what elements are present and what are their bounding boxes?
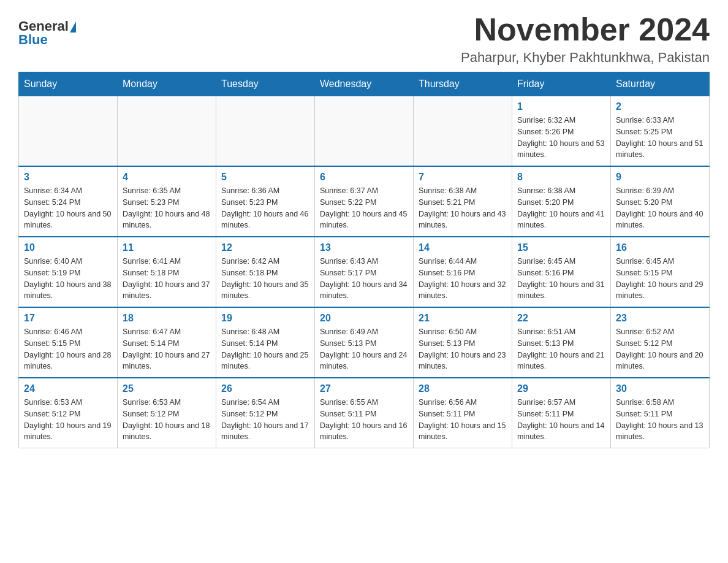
calendar-day-cell: 3Sunrise: 6:34 AMSunset: 5:24 PMDaylight… xyxy=(19,166,118,237)
day-info: Sunrise: 6:50 AMSunset: 5:13 PMDaylight:… xyxy=(419,326,507,372)
calendar-day-cell: 29Sunrise: 6:57 AMSunset: 5:11 PMDayligh… xyxy=(512,378,611,448)
day-info: Sunrise: 6:46 AMSunset: 5:15 PMDaylight:… xyxy=(24,326,112,372)
day-number: 28 xyxy=(419,383,507,394)
day-number: 26 xyxy=(221,383,309,394)
calendar-day-cell: 21Sunrise: 6:50 AMSunset: 5:13 PMDayligh… xyxy=(414,307,512,378)
day-info: Sunrise: 6:45 AMSunset: 5:16 PMDaylight:… xyxy=(517,256,605,302)
calendar-day-cell: 25Sunrise: 6:53 AMSunset: 5:12 PMDayligh… xyxy=(118,378,216,448)
calendar-day-cell: 2Sunrise: 6:33 AMSunset: 5:25 PMDaylight… xyxy=(611,96,710,167)
month-title: November 2024 xyxy=(461,12,710,47)
calendar-day-cell: 26Sunrise: 6:54 AMSunset: 5:12 PMDayligh… xyxy=(216,378,315,448)
calendar-week-row: 3Sunrise: 6:34 AMSunset: 5:24 PMDaylight… xyxy=(19,166,710,237)
calendar-day-cell: 14Sunrise: 6:44 AMSunset: 5:16 PMDayligh… xyxy=(414,237,512,307)
calendar-table: SundayMondayTuesdayWednesdayThursdayFrid… xyxy=(18,72,710,448)
day-number: 5 xyxy=(221,172,309,183)
title-section: November 2024 Paharpur, Khyber Pakhtunkh… xyxy=(461,12,710,66)
day-number: 4 xyxy=(123,172,211,183)
day-info: Sunrise: 6:37 AMSunset: 5:22 PMDaylight:… xyxy=(320,185,408,231)
day-info: Sunrise: 6:32 AMSunset: 5:26 PMDaylight:… xyxy=(517,115,605,161)
day-info: Sunrise: 6:38 AMSunset: 5:20 PMDaylight:… xyxy=(517,185,605,231)
calendar-weekday-header: Friday xyxy=(512,72,611,96)
day-info: Sunrise: 6:40 AMSunset: 5:19 PMDaylight:… xyxy=(24,256,112,302)
day-info: Sunrise: 6:53 AMSunset: 5:12 PMDaylight:… xyxy=(24,397,112,443)
calendar-weekday-header: Tuesday xyxy=(216,72,315,96)
day-number: 13 xyxy=(320,242,408,253)
calendar-day-cell xyxy=(19,96,118,167)
calendar-day-cell: 19Sunrise: 6:48 AMSunset: 5:14 PMDayligh… xyxy=(216,307,315,378)
calendar-header-row: SundayMondayTuesdayWednesdayThursdayFrid… xyxy=(19,72,710,96)
day-number: 23 xyxy=(616,313,704,324)
calendar-weekday-header: Monday xyxy=(118,72,216,96)
calendar-day-cell: 23Sunrise: 6:52 AMSunset: 5:12 PMDayligh… xyxy=(611,307,710,378)
logo-triangle-icon xyxy=(70,21,76,33)
day-info: Sunrise: 6:58 AMSunset: 5:11 PMDaylight:… xyxy=(616,397,704,443)
day-number: 14 xyxy=(419,242,507,253)
day-number: 17 xyxy=(24,313,112,324)
day-info: Sunrise: 6:45 AMSunset: 5:15 PMDaylight:… xyxy=(616,256,704,302)
calendar-day-cell xyxy=(216,96,315,167)
day-number: 10 xyxy=(24,242,112,253)
calendar-day-cell: 5Sunrise: 6:36 AMSunset: 5:23 PMDaylight… xyxy=(216,166,315,237)
day-info: Sunrise: 6:49 AMSunset: 5:13 PMDaylight:… xyxy=(320,326,408,372)
day-number: 25 xyxy=(123,383,211,394)
day-number: 16 xyxy=(616,242,704,253)
logo: General Blue xyxy=(18,18,76,48)
day-number: 8 xyxy=(517,172,605,183)
day-info: Sunrise: 6:42 AMSunset: 5:18 PMDaylight:… xyxy=(221,256,309,302)
day-number: 1 xyxy=(517,101,605,112)
calendar-week-row: 10Sunrise: 6:40 AMSunset: 5:19 PMDayligh… xyxy=(19,237,710,307)
calendar-weekday-header: Sunday xyxy=(19,72,118,96)
day-number: 15 xyxy=(517,242,605,253)
day-number: 22 xyxy=(517,313,605,324)
calendar-day-cell: 24Sunrise: 6:53 AMSunset: 5:12 PMDayligh… xyxy=(19,378,118,448)
calendar-day-cell: 7Sunrise: 6:38 AMSunset: 5:21 PMDaylight… xyxy=(414,166,512,237)
calendar-day-cell xyxy=(414,96,512,167)
calendar-day-cell: 8Sunrise: 6:38 AMSunset: 5:20 PMDaylight… xyxy=(512,166,611,237)
day-info: Sunrise: 6:41 AMSunset: 5:18 PMDaylight:… xyxy=(123,256,211,302)
page-header: General Blue November 2024 Paharpur, Khy… xyxy=(18,12,710,66)
day-number: 2 xyxy=(616,101,704,112)
calendar-day-cell: 4Sunrise: 6:35 AMSunset: 5:23 PMDaylight… xyxy=(118,166,216,237)
day-number: 7 xyxy=(419,172,507,183)
day-number: 18 xyxy=(123,313,211,324)
day-info: Sunrise: 6:44 AMSunset: 5:16 PMDaylight:… xyxy=(419,256,507,302)
calendar-week-row: 17Sunrise: 6:46 AMSunset: 5:15 PMDayligh… xyxy=(19,307,710,378)
day-number: 12 xyxy=(221,242,309,253)
calendar-day-cell xyxy=(118,96,216,167)
day-number: 3 xyxy=(24,172,112,183)
day-info: Sunrise: 6:36 AMSunset: 5:23 PMDaylight:… xyxy=(221,185,309,231)
calendar-day-cell: 17Sunrise: 6:46 AMSunset: 5:15 PMDayligh… xyxy=(19,307,118,378)
day-number: 24 xyxy=(24,383,112,394)
calendar-week-row: 1Sunrise: 6:32 AMSunset: 5:26 PMDaylight… xyxy=(19,96,710,167)
calendar-day-cell: 22Sunrise: 6:51 AMSunset: 5:13 PMDayligh… xyxy=(512,307,611,378)
location-title: Paharpur, Khyber Pakhtunkhwa, Pakistan xyxy=(461,50,710,66)
calendar-day-cell: 27Sunrise: 6:55 AMSunset: 5:11 PMDayligh… xyxy=(315,378,414,448)
calendar-day-cell: 18Sunrise: 6:47 AMSunset: 5:14 PMDayligh… xyxy=(118,307,216,378)
day-info: Sunrise: 6:43 AMSunset: 5:17 PMDaylight:… xyxy=(320,256,408,302)
calendar-day-cell: 9Sunrise: 6:39 AMSunset: 5:20 PMDaylight… xyxy=(611,166,710,237)
calendar-day-cell: 10Sunrise: 6:40 AMSunset: 5:19 PMDayligh… xyxy=(19,237,118,307)
day-number: 20 xyxy=(320,313,408,324)
calendar-day-cell: 12Sunrise: 6:42 AMSunset: 5:18 PMDayligh… xyxy=(216,237,315,307)
day-number: 6 xyxy=(320,172,408,183)
day-info: Sunrise: 6:54 AMSunset: 5:12 PMDaylight:… xyxy=(221,397,309,443)
calendar-day-cell: 6Sunrise: 6:37 AMSunset: 5:22 PMDaylight… xyxy=(315,166,414,237)
calendar-day-cell: 15Sunrise: 6:45 AMSunset: 5:16 PMDayligh… xyxy=(512,237,611,307)
day-info: Sunrise: 6:39 AMSunset: 5:20 PMDaylight:… xyxy=(616,185,704,231)
calendar-weekday-header: Saturday xyxy=(611,72,710,96)
calendar-day-cell: 1Sunrise: 6:32 AMSunset: 5:26 PMDaylight… xyxy=(512,96,611,167)
day-info: Sunrise: 6:48 AMSunset: 5:14 PMDaylight:… xyxy=(221,326,309,372)
calendar-week-row: 24Sunrise: 6:53 AMSunset: 5:12 PMDayligh… xyxy=(19,378,710,448)
day-info: Sunrise: 6:35 AMSunset: 5:23 PMDaylight:… xyxy=(123,185,211,231)
day-info: Sunrise: 6:53 AMSunset: 5:12 PMDaylight:… xyxy=(123,397,211,443)
calendar-day-cell: 20Sunrise: 6:49 AMSunset: 5:13 PMDayligh… xyxy=(315,307,414,378)
calendar-day-cell: 13Sunrise: 6:43 AMSunset: 5:17 PMDayligh… xyxy=(315,237,414,307)
day-info: Sunrise: 6:33 AMSunset: 5:25 PMDaylight:… xyxy=(616,115,704,161)
day-info: Sunrise: 6:57 AMSunset: 5:11 PMDaylight:… xyxy=(517,397,605,443)
day-number: 29 xyxy=(517,383,605,394)
day-number: 9 xyxy=(616,172,704,183)
day-info: Sunrise: 6:51 AMSunset: 5:13 PMDaylight:… xyxy=(517,326,605,372)
calendar-day-cell: 16Sunrise: 6:45 AMSunset: 5:15 PMDayligh… xyxy=(611,237,710,307)
day-info: Sunrise: 6:38 AMSunset: 5:21 PMDaylight:… xyxy=(419,185,507,231)
day-info: Sunrise: 6:52 AMSunset: 5:12 PMDaylight:… xyxy=(616,326,704,372)
